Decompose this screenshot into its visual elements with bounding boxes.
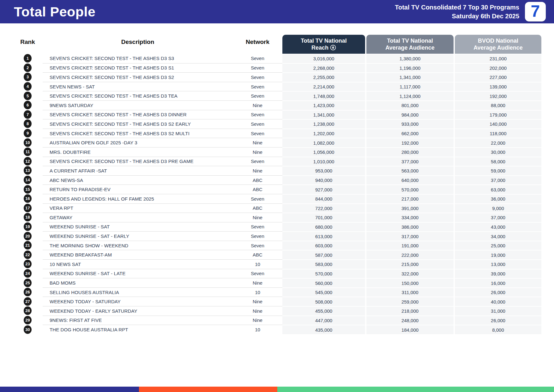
program-description: VERA RPT	[43, 203, 233, 213]
total-tv-national-average-audience-value: 984,000	[365, 110, 454, 119]
rank-badge: 14	[24, 176, 32, 184]
rank-badge: 9	[24, 129, 32, 137]
total-tv-national-average-audience-value: 1,380,000	[365, 54, 454, 63]
bvod-national-average-audience-value: 63,000	[454, 184, 541, 194]
rank-cell: 4	[13, 82, 43, 91]
rank-badge: 13	[24, 166, 32, 175]
bvod-national-average-audience-value: 16,000	[454, 278, 541, 287]
total-tv-national-reach-value: 508,000	[282, 297, 365, 306]
bvod-national-average-audience-value: 40,000	[454, 297, 541, 306]
total-tv-national-average-audience-value: 191,000	[365, 241, 454, 250]
network-value: ABC	[233, 250, 282, 259]
rank-cell: 25	[13, 278, 43, 287]
total-tv-national-reach-value: 1,202,000	[282, 129, 365, 138]
rank-cell: 19	[13, 222, 43, 232]
column-header-total-tv-national-reach[interactable]: Total TV National Reach	[282, 35, 365, 54]
bvod-national-average-audience-value: 231,000	[454, 54, 541, 63]
total-tv-national-average-audience-value: 1,117,000	[365, 82, 454, 91]
total-tv-national-reach-value: 2,255,000	[282, 72, 365, 82]
total-tv-national-average-audience-value: 563,000	[365, 166, 454, 175]
rank-badge: 10	[24, 138, 32, 147]
rank-badge: 7	[24, 110, 32, 119]
program-description: WEEKEND TODAY - SATURDAY	[43, 297, 233, 306]
total-tv-national-reach-value: 1,423,000	[282, 100, 365, 110]
table-row: 18 GETAWAY Nine 701,000 334,000 37,000	[13, 213, 544, 222]
bvod-national-average-audience-value: 22,000	[454, 138, 541, 147]
network-value: Nine	[233, 316, 282, 325]
network-value: Seven	[233, 72, 282, 82]
network-value: Nine	[233, 213, 282, 222]
network-value: Seven	[233, 91, 282, 100]
bvod-national-average-audience-value: 202,000	[454, 63, 541, 73]
table-row: 9 SEVEN'S CRICKET: SECOND TEST - THE ASH…	[13, 129, 544, 138]
total-tv-national-reach-value: 2,214,000	[282, 82, 365, 91]
table-row: 24 WEEKEND SUNRISE - SAT - LATE Seven 57…	[13, 269, 544, 278]
total-tv-national-average-audience-value: 259,000	[365, 297, 454, 306]
program-description: ABC NEWS-SA	[43, 175, 233, 185]
total-tv-national-reach-value: 613,000	[282, 231, 365, 241]
total-tv-national-reach-value: 2,268,000	[282, 63, 365, 73]
total-tv-national-average-audience-value: 391,000	[365, 203, 454, 213]
program-description: SEVEN'S CRICKET: SECOND TEST - THE ASHES…	[43, 157, 233, 166]
rank-badge: 4	[24, 82, 32, 91]
circle-down-arrow-icon	[330, 45, 336, 51]
total-tv-national-average-audience-value: 317,000	[365, 231, 454, 241]
bvod-national-average-audience-value: 8,000	[454, 325, 541, 334]
table-body: 1 SEVEN'S CRICKET: SECOND TEST - THE ASH…	[13, 54, 544, 334]
total-tv-national-average-audience-value: 215,000	[365, 259, 454, 269]
table-row: 8 SEVEN'S CRICKET: SECOND TEST - THE ASH…	[13, 119, 544, 129]
rank-cell: 11	[13, 147, 43, 157]
rank-cell: 24	[13, 269, 43, 278]
network-value: 10	[233, 325, 282, 334]
rank-badge: 3	[24, 73, 32, 81]
table-row: 20 WEEKEND SUNRISE - SAT - EARLY Seven 6…	[13, 231, 544, 241]
total-tv-national-average-audience-value: 311,000	[365, 287, 454, 297]
network-value: Seven	[233, 222, 282, 232]
rank-badge: 27	[24, 297, 32, 306]
rank-badge: 12	[24, 157, 32, 166]
program-description: HEROES AND LEGENDS: HALL OF FAME 2025	[43, 194, 233, 203]
rank-badge: 2	[24, 63, 32, 72]
program-description: SEVEN NEWS - SAT	[43, 82, 233, 91]
table-row: 7 SEVEN'S CRICKET: SECOND TEST - THE ASH…	[13, 110, 544, 119]
table-row: 1 SEVEN'S CRICKET: SECOND TEST - THE ASH…	[13, 54, 544, 63]
network-value: Nine	[233, 306, 282, 316]
network-value: 10	[233, 287, 282, 297]
network-value: Seven	[233, 129, 282, 138]
program-description: SELLING HOUSES AUSTRALIA	[43, 287, 233, 297]
rank-cell: 27	[13, 297, 43, 306]
table-row: 4 SEVEN NEWS - SAT Seven 2,214,000 1,117…	[13, 82, 544, 91]
total-tv-national-reach-value: 1,341,000	[282, 110, 365, 119]
table-row: 23 10 NEWS SAT 10 583,000 215,000 13,000	[13, 259, 544, 269]
bvod-national-average-audience-value: 9,000	[454, 203, 541, 213]
total-tv-national-reach-value: 583,000	[282, 259, 365, 269]
total-tv-national-reach-value: 1,010,000	[282, 157, 365, 166]
footer-bar-segment-green	[277, 387, 554, 392]
table-row: 14 ABC NEWS-SA ABC 940,000 640,000 37,00…	[13, 175, 544, 185]
program-description: THE DOG HOUSE AUSTRALIA RPT	[43, 325, 233, 334]
total-tv-national-reach-value: 844,000	[282, 194, 365, 203]
avg-header-label: Total TV National Average Audience	[385, 37, 435, 51]
bvod-national-average-audience-value: 140,000	[454, 119, 541, 129]
total-tv-national-average-audience-value: 150,000	[365, 278, 454, 287]
footer-bar-segment-orange	[139, 387, 277, 392]
rank-badge: 29	[24, 316, 32, 324]
footer-color-bar	[0, 387, 554, 392]
network-value: Nine	[233, 166, 282, 175]
rank-badge: 28	[24, 306, 32, 315]
total-tv-national-reach-value: 603,000	[282, 241, 365, 250]
rank-cell: 10	[13, 138, 43, 147]
bvod-national-average-audience-value: 26,000	[454, 316, 541, 325]
rank-badge: 25	[24, 279, 32, 287]
report-page: Total People Total TV Consolidated 7 Top…	[0, 0, 554, 392]
report-subtitle-line1: Total TV Consolidated 7 Top 30 Programs	[395, 3, 519, 12]
network-value: Nine	[233, 278, 282, 287]
page-title: Total People	[14, 4, 95, 20]
top-banner: Total People Total TV Consolidated 7 Top…	[0, 0, 554, 23]
bvod-national-average-audience-value: 19,000	[454, 250, 541, 259]
total-tv-national-reach-value: 1,748,000	[282, 91, 365, 100]
rank-cell: 16	[13, 194, 43, 203]
rank-badge: 5	[24, 92, 32, 100]
total-tv-national-reach-value: 940,000	[282, 175, 365, 185]
network-value: ABC	[233, 175, 282, 185]
